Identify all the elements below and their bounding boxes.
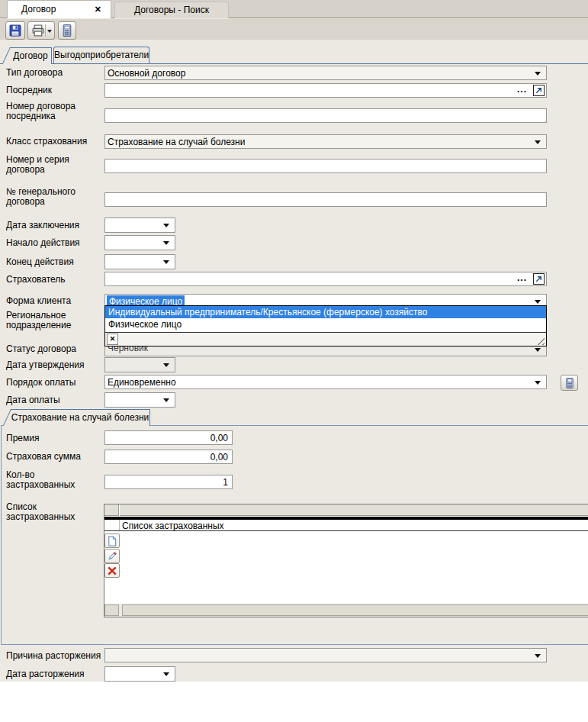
print-menu-arrow-icon[interactable]	[47, 30, 52, 33]
conclusion-date-label: Дата заключения	[6, 221, 102, 230]
payment-order-value: Единовременно	[108, 377, 176, 388]
validity-start-combobox[interactable]	[104, 235, 175, 250]
dropdown-close-button[interactable]: ✕	[107, 334, 118, 345]
save-floppy-icon	[9, 24, 22, 37]
tab-contract[interactable]: Договор	[10, 47, 52, 64]
calculator-button[interactable]	[58, 21, 76, 40]
payment-date-combobox[interactable]	[104, 392, 175, 408]
grid-column-divider	[119, 520, 120, 530]
contract-type-label: Тип договора	[6, 68, 102, 78]
contract-type-value: Основной договор	[108, 68, 185, 79]
contract-number-field[interactable]	[104, 159, 547, 173]
termination-reason-combobox[interactable]	[104, 648, 547, 662]
document-tab-contract[interactable]: Договор ✕	[7, 0, 111, 18]
premium-value: 0,00	[210, 433, 228, 443]
premium-label: Премия	[6, 434, 102, 443]
payment-date-label: Дата оплаты	[6, 395, 102, 405]
policyholder-open-icon[interactable]	[533, 273, 545, 285]
print-button[interactable]	[27, 21, 55, 40]
intermediary-number-field[interactable]	[104, 108, 547, 123]
insurance-class-combobox[interactable]: Страхование на случай болезни	[104, 134, 547, 149]
calculator-icon	[61, 24, 74, 37]
intermediary-label: Посредник	[6, 85, 102, 95]
grid-edit-row-button[interactable]	[104, 549, 120, 563]
insured-sum-field[interactable]: 0,00	[104, 450, 233, 464]
contract-type-combobox[interactable]: Основной договор	[104, 66, 547, 80]
insurance-class-value: Страхование на случай болезни	[108, 137, 245, 147]
grid-band-header[interactable]	[120, 504, 588, 516]
chevron-down-icon[interactable]	[535, 72, 541, 76]
tab-beneficiaries-label: Выгодоприобретатели	[54, 50, 149, 60]
resize-grip[interactable]	[535, 336, 545, 345]
termination-date-label: Дата расторжения	[6, 669, 102, 679]
termination-reason-label: Причина расторжения	[6, 651, 102, 661]
chevron-down-icon[interactable]	[535, 654, 541, 658]
validity-end-combobox[interactable]	[104, 254, 175, 269]
section-tab-insurance-class[interactable]: Страхование на случай болезни	[11, 409, 150, 426]
policyholder-field[interactable]: ...	[104, 272, 547, 286]
client-form-dropdown-list: Индивидуальный предприниматель/Крестьянс…	[104, 305, 547, 346]
termination-date-combobox[interactable]	[104, 666, 175, 682]
section-tab-label: Страхование на случай болезни	[11, 410, 149, 426]
new-document-icon	[107, 535, 118, 546]
grid-corner-cell	[104, 504, 119, 516]
insured-count-label: Кол-во застрахованных	[6, 470, 102, 490]
approval-date-combobox[interactable]	[104, 357, 175, 372]
regional-division-label: Региональное подразделение	[6, 311, 102, 330]
grid-add-row-button[interactable]	[104, 533, 120, 548]
contract-status-label: Статус договора	[6, 344, 102, 354]
insured-list-grid: Список застрахованных	[104, 504, 588, 617]
intermediary-field[interactable]: ...	[104, 83, 547, 98]
intermediary-ellipsis-button[interactable]: ...	[517, 84, 527, 95]
grid-scrollbar-row	[104, 604, 588, 617]
tab-strip-baseline	[0, 63, 588, 64]
print-button-divider	[45, 24, 46, 37]
chevron-down-icon[interactable]	[163, 398, 169, 402]
chevron-down-icon[interactable]	[535, 300, 541, 304]
tab-contract-label: Договор	[10, 48, 51, 64]
conclusion-date-combobox[interactable]	[104, 218, 175, 233]
approval-date-label: Дата утверждения	[6, 360, 102, 370]
dropdown-option[interactable]: Индивидуальный предприниматель/Крестьянс…	[105, 306, 546, 318]
insured-sum-value: 0,00	[210, 452, 228, 463]
chevron-down-icon[interactable]	[535, 140, 541, 144]
chevron-down-icon[interactable]	[163, 672, 169, 676]
close-tab-icon[interactable]: ✕	[95, 1, 101, 18]
insurance-class-label: Класс страхования	[6, 137, 102, 147]
chevron-down-icon[interactable]	[535, 381, 541, 385]
insured-list-label: Список застрахованных	[6, 502, 102, 522]
grid-column-header[interactable]: Список застрахованных	[104, 520, 588, 531]
chevron-down-icon[interactable]	[535, 348, 541, 352]
dropdown-footer: ✕	[105, 332, 546, 346]
save-button[interactable]	[5, 21, 25, 40]
grid-horizontal-scrollbar[interactable]	[122, 604, 588, 616]
policyholder-label: Страхователь	[6, 275, 102, 285]
dropdown-option[interactable]: Физическое лицо	[105, 318, 546, 330]
document-tab-bar: Договор ✕ Договоры - Поиск	[0, 0, 588, 18]
tab-beneficiaries[interactable]: Выгодоприобретатели	[53, 47, 149, 63]
chevron-down-icon[interactable]	[163, 224, 169, 227]
payment-calculator-button[interactable]	[561, 375, 578, 391]
grid-column-header-label: Список застрахованных	[122, 521, 224, 531]
chevron-down-icon[interactable]	[163, 241, 169, 245]
contract-number-label: Номер и серия договора	[6, 155, 102, 175]
edit-pencil-icon	[107, 550, 118, 562]
grid-scrollbar-corner	[104, 604, 119, 616]
insured-count-field[interactable]: 1	[104, 475, 233, 489]
chevron-down-icon[interactable]	[163, 260, 169, 264]
payment-order-combobox[interactable]: Единовременно	[104, 375, 547, 389]
chevron-down-icon[interactable]	[163, 363, 169, 367]
intermediary-number-label: Номер договора посредника	[6, 102, 102, 121]
insured-sum-label: Страховая сумма	[6, 452, 102, 462]
intermediary-open-icon[interactable]	[533, 85, 545, 96]
premium-field[interactable]: 0,00	[104, 430, 233, 445]
grid-delete-row-button[interactable]	[104, 563, 120, 578]
general-number-field[interactable]	[104, 192, 547, 207]
document-tab-search[interactable]: Договоры - Поиск	[114, 2, 229, 18]
calculator-icon	[564, 377, 575, 388]
insured-count-value: 1	[223, 477, 228, 488]
validity-start-label: Начало действия	[6, 238, 102, 248]
toolbar	[0, 19, 588, 40]
delete-x-icon	[107, 565, 118, 576]
policyholder-ellipsis-button[interactable]: ...	[517, 272, 527, 283]
